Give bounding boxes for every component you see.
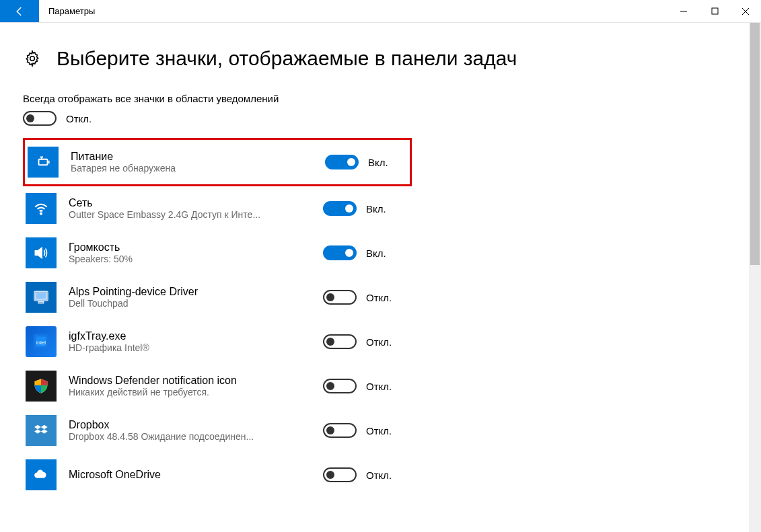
onedrive-icon [26,459,57,490]
item-toggle-state: Откл. [366,381,392,392]
list-item: Microsoft OneDriveОткл. [23,453,412,497]
item-toggle-state: Вкл. [368,157,388,168]
item-title: Alps Pointing-device Driver [69,286,311,298]
item-toggle[interactable] [323,290,357,305]
settings-gear-icon [23,49,42,68]
svg-point-4 [30,56,35,61]
item-toggle-state: Вкл. [366,203,386,215]
content-area: Выберите значки, отображаемые в панели з… [0,23,761,497]
back-arrow-icon [13,5,26,17]
item-toggle-group: Откл. [323,290,392,305]
item-title: Сеть [69,197,311,209]
item-title: igfxTray.exe [69,330,311,342]
item-toggle-state: Откл. [366,292,392,303]
item-toggle-group: Откл. [323,334,392,349]
close-button[interactable] [730,0,761,22]
svg-rect-1 [712,8,718,14]
item-toggle[interactable] [323,334,357,349]
item-toggle-state: Откл. [366,425,392,436]
item-subtitle: Никаких действий не требуется. [69,387,311,397]
list-item: СетьOutter Space Embassy 2.4G Доступ к И… [23,186,412,231]
page-header: Выберите значки, отображаемые в панели з… [23,47,738,70]
titlebar: Параметры [0,0,761,23]
item-texts: ГромкостьSpeakers: 50% [69,241,311,264]
item-texts: Microsoft OneDrive [69,469,311,481]
master-toggle-row: Откл. [23,111,738,126]
intel-icon: intel [26,326,57,357]
wifi-icon [26,193,57,224]
maximize-button[interactable] [699,0,730,22]
item-toggle[interactable] [323,201,357,216]
item-toggle-group: Вкл. [323,245,386,260]
master-toggle-label: Всегда отображать все значки в области у… [23,93,738,104]
svg-rect-5 [39,159,48,165]
item-texts: Alps Pointing-device DriverDell Touchpad [69,286,311,309]
back-button[interactable] [0,0,39,22]
maximize-icon [711,7,719,15]
window-controls [668,0,761,22]
minimize-icon [680,7,688,15]
scrollbar-thumb[interactable] [750,23,760,265]
item-toggle-group: Откл. [323,379,392,393]
volume-icon [26,237,57,268]
item-toggle-state: Откл. [366,336,392,348]
item-subtitle: Батарея не обнаружена [71,163,313,174]
close-icon [741,7,750,15]
power-icon [28,147,59,178]
item-toggle-group: Вкл. [325,155,388,169]
item-texts: igfxTray.exeHD-графика Intel® [69,330,311,353]
vertical-scrollbar[interactable] [749,23,761,532]
item-texts: Windows Defender notification iconНикаки… [69,375,311,397]
item-toggle-group: Вкл. [323,201,386,216]
item-texts: ПитаниеБатарея не обнаружена [71,151,313,174]
list-item: inteligfxTray.exeHD-графика Intel®Откл. [23,319,412,364]
list-item: ПитаниеБатарея не обнаруженаВкл. [23,138,412,186]
svg-point-7 [40,213,42,215]
item-toggle[interactable] [325,155,359,169]
item-subtitle: Speakers: 50% [69,254,311,264]
window-title: Параметры [39,0,95,22]
page-title: Выберите значки, отображаемые в панели з… [57,47,517,70]
item-toggle[interactable] [323,423,357,438]
item-title: Громкость [69,241,311,254]
item-toggle[interactable] [323,467,357,482]
item-subtitle: Outter Space Embassy 2.4G Доступ к Инте.… [69,209,311,220]
svg-text:intel: intel [36,340,46,346]
item-toggle[interactable] [323,379,357,393]
item-subtitle: HD-графика Intel® [69,342,311,353]
list-item: DropboxDropbox 48.4.58 Ожидание подсоеди… [23,408,412,453]
item-toggle-group: Откл. [323,423,392,438]
item-subtitle: Dell Touchpad [69,298,311,309]
svg-rect-9 [36,293,46,299]
svg-rect-10 [38,301,44,303]
item-toggle[interactable] [323,245,357,260]
item-toggle-group: Откл. [323,467,392,482]
item-title: Microsoft OneDrive [69,469,311,481]
icon-items-list: ПитаниеБатарея не обнаруженаВкл.СетьOutt… [23,138,738,497]
master-toggle-state: Откл. [66,113,92,124]
item-texts: СетьOutter Space Embassy 2.4G Доступ к И… [69,197,311,220]
dropbox-icon [26,415,57,446]
item-title: Питание [71,151,313,163]
defender-icon [26,371,57,402]
item-title: Dropbox [69,419,311,431]
list-item: Alps Pointing-device DriverDell Touchpad… [23,275,412,319]
item-toggle-state: Вкл. [366,248,386,259]
master-toggle[interactable] [23,111,57,126]
item-title: Windows Defender notification icon [69,375,311,387]
monitor-icon [26,282,57,313]
list-item: Windows Defender notification iconНикаки… [23,364,412,408]
item-texts: DropboxDropbox 48.4.58 Ожидание подсоеди… [69,419,311,442]
item-subtitle: Dropbox 48.4.58 Ожидание подсоединен... [69,431,311,442]
titlebar-drag-area[interactable] [95,0,668,22]
item-toggle-state: Откл. [366,469,392,481]
minimize-button[interactable] [668,0,699,22]
list-item: ГромкостьSpeakers: 50%Вкл. [23,231,412,275]
